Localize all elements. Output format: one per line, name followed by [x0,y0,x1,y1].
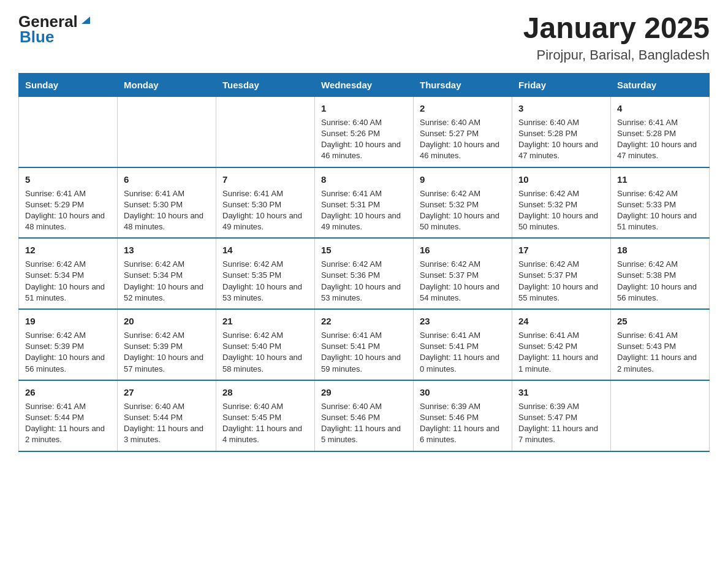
calendar-cell: 5Sunrise: 6:41 AMSunset: 5:29 PMDaylight… [19,167,118,239]
day-info: Sunrise: 6:42 AM [124,259,210,270]
day-info: Sunset: 5:45 PM [222,412,308,423]
day-info: Sunrise: 6:42 AM [222,330,308,341]
day-number: 4 [617,102,703,115]
calendar-cell: 12Sunrise: 6:42 AMSunset: 5:34 PMDayligh… [19,238,118,309]
day-info: Sunrise: 6:42 AM [124,330,210,341]
day-info: Sunset: 5:47 PM [518,412,604,423]
calendar-cell: 28Sunrise: 6:40 AMSunset: 5:45 PMDayligh… [216,380,315,451]
day-number: 8 [321,173,407,186]
day-info: Sunrise: 6:41 AM [321,330,407,341]
day-info: Daylight: 10 hours and 53 minutes. [222,282,308,304]
calendar-table: SundayMondayTuesdayWednesdayThursdayFrid… [18,73,710,452]
day-number: 6 [124,173,210,186]
logo: General Blue [18,12,93,47]
day-number: 30 [420,386,506,399]
day-number: 12 [25,243,111,256]
calendar-cell [216,96,315,167]
calendar-cell [611,380,710,451]
day-info: Sunset: 5:42 PM [518,341,604,352]
day-number: 25 [617,315,703,327]
day-number: 9 [420,173,506,186]
calendar-header-wednesday: Wednesday [315,73,414,96]
day-info: Sunset: 5:39 PM [124,341,210,352]
page-title: January 2025 [523,12,710,45]
day-info: Sunset: 5:31 PM [321,199,407,210]
day-info: Daylight: 10 hours and 46 minutes. [420,139,506,161]
day-info: Sunrise: 6:41 AM [222,188,308,199]
day-info: Daylight: 10 hours and 57 minutes. [124,352,210,374]
day-info: Sunset: 5:28 PM [518,128,604,139]
day-number: 10 [518,173,604,186]
day-info: Daylight: 10 hours and 56 minutes. [25,352,111,374]
calendar-week-row: 26Sunrise: 6:41 AMSunset: 5:44 PMDayligh… [19,380,710,451]
day-info: Daylight: 10 hours and 48 minutes. [25,210,111,232]
day-info: Sunset: 5:43 PM [617,341,703,352]
calendar-cell: 21Sunrise: 6:42 AMSunset: 5:40 PMDayligh… [216,309,315,380]
calendar-cell: 15Sunrise: 6:42 AMSunset: 5:36 PMDayligh… [315,238,414,309]
day-info: Sunset: 5:38 PM [617,270,703,281]
day-info: Daylight: 10 hours and 50 minutes. [518,210,604,232]
day-info: Sunset: 5:34 PM [25,270,111,281]
day-info: Sunrise: 6:42 AM [222,259,308,270]
day-info: Sunrise: 6:42 AM [617,188,703,199]
calendar-cell: 2Sunrise: 6:40 AMSunset: 5:27 PMDaylight… [414,96,512,167]
day-info: Daylight: 11 hours and 7 minutes. [518,423,604,445]
day-info: Sunrise: 6:42 AM [25,259,111,270]
day-info: Daylight: 11 hours and 0 minutes. [420,352,506,374]
page-subtitle: Pirojpur, Barisal, Bangladesh [523,47,710,63]
calendar-header-friday: Friday [512,73,611,96]
calendar-cell: 30Sunrise: 6:39 AMSunset: 5:46 PMDayligh… [414,380,512,451]
day-info: Sunset: 5:27 PM [420,128,506,139]
logo-blue-text: Blue [20,28,54,47]
day-number: 22 [321,315,407,327]
day-info: Daylight: 11 hours and 5 minutes. [321,423,407,445]
calendar-cell: 23Sunrise: 6:41 AMSunset: 5:41 PMDayligh… [414,309,512,380]
day-info: Sunrise: 6:40 AM [124,401,210,412]
calendar-cell [118,96,216,167]
calendar-header-tuesday: Tuesday [216,73,315,96]
day-number: 2 [420,102,506,115]
day-info: Sunset: 5:41 PM [420,341,506,352]
calendar-cell: 29Sunrise: 6:40 AMSunset: 5:46 PMDayligh… [315,380,414,451]
day-number: 11 [617,173,703,186]
day-info: Daylight: 10 hours and 56 minutes. [617,282,703,304]
day-number: 27 [124,386,210,399]
calendar-header-row: SundayMondayTuesdayWednesdayThursdayFrid… [19,73,710,96]
calendar-week-row: 12Sunrise: 6:42 AMSunset: 5:34 PMDayligh… [19,238,710,309]
day-info: Sunrise: 6:41 AM [25,401,111,412]
day-info: Sunrise: 6:42 AM [420,259,506,270]
day-info: Daylight: 10 hours and 52 minutes. [124,282,210,304]
day-info: Sunset: 5:37 PM [420,270,506,281]
page-header: General Blue January 2025 Pirojpur, Bari… [18,12,710,63]
calendar-header-thursday: Thursday [414,73,512,96]
day-info: Sunrise: 6:40 AM [518,117,604,128]
calendar-cell: 9Sunrise: 6:42 AMSunset: 5:32 PMDaylight… [414,167,512,239]
calendar-cell: 22Sunrise: 6:41 AMSunset: 5:41 PMDayligh… [315,309,414,380]
day-number: 18 [617,243,703,256]
day-info: Daylight: 10 hours and 55 minutes. [518,282,604,304]
calendar-cell: 4Sunrise: 6:41 AMSunset: 5:28 PMDaylight… [611,96,710,167]
day-info: Daylight: 11 hours and 2 minutes. [25,423,111,445]
day-info: Sunrise: 6:40 AM [321,117,407,128]
calendar-cell: 7Sunrise: 6:41 AMSunset: 5:30 PMDaylight… [216,167,315,239]
day-info: Daylight: 10 hours and 47 minutes. [518,139,604,161]
calendar-cell: 6Sunrise: 6:41 AMSunset: 5:30 PMDaylight… [118,167,216,239]
day-number: 26 [25,386,111,399]
day-number: 20 [124,315,210,327]
calendar-header-sunday: Sunday [19,73,118,96]
day-number: 13 [124,243,210,256]
day-info: Sunrise: 6:39 AM [518,401,604,412]
day-info: Sunset: 5:36 PM [321,270,407,281]
day-info: Sunrise: 6:41 AM [420,330,506,341]
day-info: Daylight: 10 hours and 49 minutes. [321,210,407,232]
day-info: Daylight: 10 hours and 48 minutes. [124,210,210,232]
day-number: 29 [321,386,407,399]
calendar-cell: 26Sunrise: 6:41 AMSunset: 5:44 PMDayligh… [19,380,118,451]
calendar-cell: 16Sunrise: 6:42 AMSunset: 5:37 PMDayligh… [414,238,512,309]
day-info: Sunrise: 6:41 AM [25,188,111,199]
day-number: 31 [518,386,604,399]
day-number: 7 [222,173,308,186]
day-number: 16 [420,243,506,256]
day-info: Sunrise: 6:41 AM [617,117,703,128]
day-number: 17 [518,243,604,256]
